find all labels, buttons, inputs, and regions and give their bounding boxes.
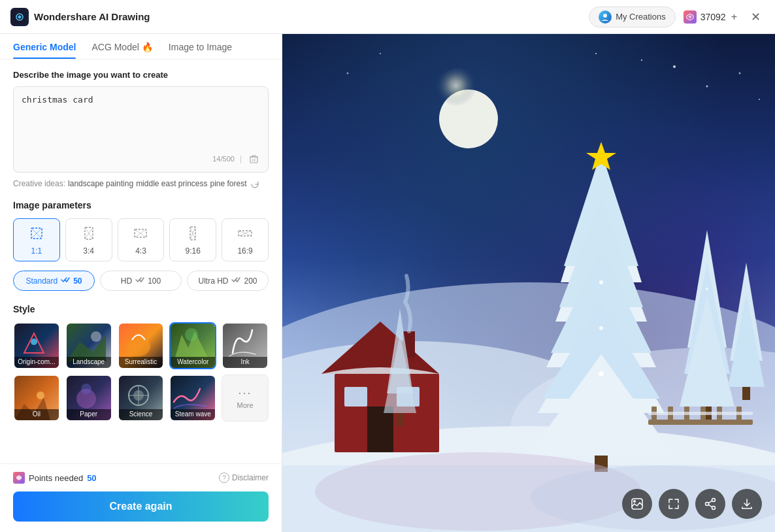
style-item-paper[interactable]: Paper [65, 374, 112, 422]
ratio-9-16-icon [184, 224, 202, 242]
ratio-16-9[interactable]: 16:9 [222, 218, 269, 261]
svg-marker-78 [384, 335, 416, 413]
svg-point-82 [599, 371, 604, 376]
svg-marker-37 [16, 475, 22, 480]
svg-rect-89 [684, 407, 689, 425]
svg-point-42 [641, 59, 642, 61]
tab-image-to-image[interactable]: Image to Image [169, 42, 232, 59]
svg-marker-68 [528, 354, 674, 456]
svg-rect-56 [344, 387, 367, 407]
clear-prompt-button[interactable] [247, 152, 260, 165]
svg-marker-60 [561, 152, 642, 282]
points-gem-icon [684, 10, 697, 24]
creative-tag-0[interactable]: landscape painting [68, 179, 133, 188]
svg-point-38 [439, 90, 498, 148]
svg-line-99 [708, 501, 712, 503]
ratio-3-4-icon [80, 224, 98, 242]
svg-point-95 [633, 500, 636, 503]
svg-marker-66 [538, 302, 665, 413]
refresh-creative-button[interactable] [250, 179, 260, 190]
style-name-ink: Ink [223, 357, 267, 368]
quality-standard-button[interactable]: Standard 50 [13, 271, 95, 291]
style-name-steamwave: Steam wave [171, 409, 215, 420]
svg-marker-61 [564, 152, 638, 266]
title-bar: Wondershare AI Drawing My Creations 3709… [0, 0, 775, 34]
tab-acg-fire-icon: 🔥 [142, 42, 153, 52]
svg-point-44 [595, 53, 597, 54]
edit-image-button[interactable] [622, 489, 652, 519]
ratio-9-16-label: 9:16 [186, 246, 201, 256]
svg-point-50 [511, 348, 775, 505]
prompt-box: christmas card 14/500 | [13, 86, 269, 173]
ratio-1-1[interactable]: 1:1 [13, 218, 60, 261]
disclaimer-link[interactable]: ? Disclaimer [219, 473, 269, 483]
style-item-science[interactable]: Science [118, 374, 165, 422]
style-item-watercolor[interactable]: Watercolor [169, 322, 216, 369]
style-name-watercolor: Watercolor [171, 357, 215, 368]
style-item-oil[interactable]: Oil [13, 374, 60, 422]
generated-image-scene [282, 34, 775, 532]
create-again-button[interactable]: Create again [13, 491, 269, 522]
left-panel: Generic Model ACG Model 🔥 Image to Image… [0, 34, 282, 532]
ratio-9-16[interactable]: 9:16 [169, 218, 216, 261]
tab-bar: Generic Model ACG Model 🔥 Image to Image [0, 34, 282, 59]
svg-point-43 [739, 73, 741, 75]
style-more-button[interactable]: ··· More [222, 374, 269, 422]
tab-acg-model[interactable]: ACG Model 🔥 [91, 42, 152, 59]
svg-marker-71 [684, 263, 730, 374]
my-creations-label: My Creations [616, 12, 666, 22]
ratio-4-3-icon [131, 224, 150, 242]
style-name-surrealistic: Surrealistic [119, 357, 163, 368]
quality-ultrahd-icon [231, 276, 240, 286]
svg-rect-90 [701, 407, 706, 425]
svg-point-28 [185, 328, 198, 341]
tab-generic-model[interactable]: Generic Model [13, 42, 76, 59]
svg-marker-77 [387, 308, 413, 393]
svg-point-2 [603, 14, 607, 18]
ratio-3-4[interactable]: 3:4 [65, 218, 112, 261]
svg-rect-91 [717, 407, 722, 425]
svg-point-27 [127, 337, 150, 356]
svg-point-24 [31, 339, 37, 345]
style-item-landscape[interactable]: Landscape [65, 322, 112, 369]
close-button[interactable]: ✕ [746, 8, 765, 26]
style-item-surrealistic[interactable]: Surrealistic [118, 322, 165, 369]
quality-ultrahd-points: 200 [244, 276, 257, 286]
ratio-4-3[interactable]: 4:3 [118, 218, 165, 261]
quality-ultrahd-button[interactable]: Ultra HD 200 [187, 271, 269, 291]
points-needed-display: Points needed 50 [13, 472, 97, 484]
ratio-3-4-label: 3:4 [83, 246, 94, 256]
svg-rect-86 [648, 420, 753, 425]
quality-row: Standard 50 HD [13, 271, 269, 291]
points-display: 37092 + [684, 10, 738, 24]
svg-marker-72 [680, 295, 734, 407]
style-item-origin[interactable]: Origin-com... [13, 322, 60, 369]
svg-point-83 [706, 288, 708, 290]
style-name-landscape: Landscape [67, 357, 111, 368]
quality-hd-button[interactable]: HD 100 [100, 271, 182, 291]
svg-marker-4 [688, 15, 692, 19]
style-name-oil: Oil [14, 409, 59, 420]
style-item-steamwave[interactable]: Steam wave [169, 374, 216, 422]
add-points-button[interactable]: + [730, 11, 738, 23]
expand-image-button[interactable] [659, 489, 689, 519]
ratio-16-9-label: 16:9 [237, 246, 252, 256]
quality-standard-icon [61, 276, 70, 286]
svg-point-41 [706, 86, 708, 88]
style-name-paper: Paper [67, 409, 111, 420]
style-item-ink[interactable]: Ink [222, 322, 269, 369]
share-image-button[interactable] [695, 489, 725, 519]
bottom-panel: Points needed 50 ? Disclaimer Create aga… [0, 463, 282, 532]
svg-rect-79 [397, 413, 403, 426]
svg-rect-76 [742, 387, 750, 400]
style-more-label: More [237, 401, 254, 409]
creative-tag-2[interactable]: pine forest [210, 179, 247, 188]
svg-point-40 [673, 65, 676, 68]
download-image-button[interactable] [732, 489, 762, 519]
svg-rect-53 [335, 374, 439, 452]
points-gem-small-icon [13, 472, 25, 484]
my-creations-button[interactable]: My Creations [589, 7, 676, 27]
prompt-input[interactable]: christmas card [22, 93, 260, 146]
creative-tag-1[interactable]: middle east princess [136, 179, 207, 188]
svg-rect-93 [648, 412, 753, 415]
